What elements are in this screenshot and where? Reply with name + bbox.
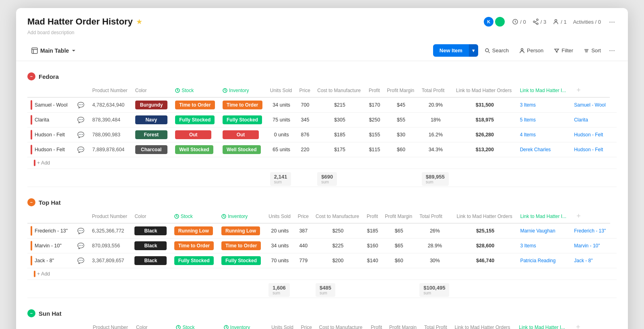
header-stat-share[interactable]: / 3 xyxy=(533,19,546,25)
row-stock[interactable]: Well Stocked xyxy=(172,142,219,157)
avatar-green[interactable] xyxy=(494,16,506,27)
sum-row: 2,141 sum $690 sum $89,955 sum xyxy=(27,169,617,187)
row-link-orders[interactable]: 3 Items xyxy=(517,97,571,113)
header-stat-updates[interactable]: / 0 xyxy=(512,19,526,25)
comment-icon[interactable]: 💬 xyxy=(77,243,84,249)
add-row-label[interactable]: + Add xyxy=(37,160,50,166)
row-name[interactable]: Marvin - 10" xyxy=(35,243,75,249)
row-link-orders[interactable]: Marnie Vaughan xyxy=(517,223,571,239)
col-add[interactable]: + xyxy=(571,84,610,97)
row-units-sold: 70 units xyxy=(265,253,294,268)
row-color[interactable]: Navy xyxy=(132,113,172,127)
col-add[interactable]: + xyxy=(571,210,610,223)
row-name[interactable]: Jack - 8" xyxy=(35,258,75,263)
add-row-label[interactable]: + Add xyxy=(37,271,50,277)
board-description[interactable]: Add board description xyxy=(27,30,617,35)
add-row[interactable]: + Add xyxy=(27,157,617,169)
person-label: Person xyxy=(527,47,543,53)
add-item-cell[interactable]: + Add xyxy=(27,157,610,169)
col-add[interactable]: + xyxy=(570,321,610,329)
row-name[interactable]: Samuel - Wool xyxy=(35,102,75,108)
row-name-cell: Marvin - 10" 💬 xyxy=(27,239,89,253)
row-stock[interactable]: Out xyxy=(172,127,219,142)
row-stock[interactable]: Time to Order xyxy=(171,239,218,253)
row-color[interactable]: Black xyxy=(131,239,171,253)
row-profit-margin-pct: 26% xyxy=(416,223,453,239)
comment-icon[interactable]: 💬 xyxy=(77,102,84,108)
row-link-orders[interactable]: Patricia Reading xyxy=(517,253,571,268)
avatar-group: K xyxy=(483,16,506,27)
row-link-other[interactable]: Hudson - Felt xyxy=(571,127,610,142)
row-inventory[interactable]: Time to Order xyxy=(219,97,267,113)
row-link-other[interactable]: Samuel - Wool xyxy=(571,97,610,113)
sum-end-empty xyxy=(453,169,610,187)
row-color[interactable]: Forest xyxy=(132,127,172,142)
row-inventory[interactable]: Time to Order xyxy=(218,239,265,253)
group-toggle-tophat[interactable]: − xyxy=(27,198,35,206)
row-link-other[interactable]: Jack - 8" xyxy=(571,253,610,268)
row-stock[interactable]: Fully Stocked xyxy=(171,253,218,268)
row-name[interactable]: Hudson - Felt xyxy=(35,147,75,152)
person-button[interactable]: Person xyxy=(515,45,547,56)
sum-empty xyxy=(27,169,267,187)
row-color[interactable]: Charcoal xyxy=(132,142,172,157)
sort-button[interactable]: Sort xyxy=(580,45,605,56)
row-inventory[interactable]: Out xyxy=(219,127,267,142)
star-icon[interactable]: ★ xyxy=(136,17,142,26)
row-link-other[interactable]: Hudson - Felt xyxy=(571,142,610,157)
row-name[interactable]: Hudson - Felt xyxy=(35,132,75,138)
new-item-button[interactable]: New Item xyxy=(433,44,469,57)
col-ctm: Cost to Manufacture xyxy=(312,210,363,223)
row-link-other[interactable]: Clarita xyxy=(571,113,610,127)
row-inventory[interactable]: Fully Stocked xyxy=(219,113,267,127)
row-stock[interactable]: Running Low xyxy=(171,223,218,239)
row-stock[interactable]: Fully Stocked xyxy=(172,113,219,127)
comment-icon[interactable]: 💬 xyxy=(77,257,84,264)
row-link-other[interactable]: Frederich - 13" xyxy=(571,223,610,239)
header-top: Mad Hatter Order History ★ K / 0 / 3 xyxy=(27,16,617,27)
row-name[interactable]: Clarita xyxy=(35,117,75,123)
col-profit: Profit xyxy=(365,84,384,97)
group-toggle-fedora[interactable]: − xyxy=(27,72,35,80)
row-stock[interactable]: Time to Order xyxy=(172,97,219,113)
col-total-profit: Total Profit xyxy=(419,84,453,97)
new-item-arrow-button[interactable]: ▾ xyxy=(469,44,478,57)
group-toggle-sunhat[interactable]: − xyxy=(27,309,35,317)
avatar-k[interactable]: K xyxy=(483,16,494,27)
header-stat-people[interactable]: / 1 xyxy=(553,19,566,25)
row-link-orders[interactable]: 3 Items xyxy=(517,239,571,253)
row-inventory[interactable]: Well Stocked xyxy=(219,142,267,157)
sum-units-sold: 1,606 sum xyxy=(265,280,294,298)
row-inventory[interactable]: Fully Stocked xyxy=(218,253,265,268)
group-header-sunhat: − Sun Hat xyxy=(27,309,617,319)
comment-icon[interactable]: 💬 xyxy=(77,132,84,138)
app-window: Mad Hatter Order History ★ K / 0 / 3 xyxy=(16,8,628,329)
row-price: 345 xyxy=(296,113,314,127)
row-color[interactable]: Black xyxy=(131,223,171,239)
row-link-orders[interactable]: 5 Items xyxy=(517,113,571,127)
header-stat-activities[interactable]: Activities / 0 xyxy=(573,19,601,25)
row-color[interactable]: Black xyxy=(131,253,171,268)
col-units-sold: Units Sold xyxy=(268,321,297,329)
row-link-other[interactable]: Marvin - 10" xyxy=(571,239,610,253)
add-item-cell[interactable]: + Add xyxy=(27,268,610,280)
comment-icon[interactable]: 💬 xyxy=(77,228,84,234)
filter-button[interactable]: Filter xyxy=(550,45,577,56)
table-row: Jack - 8" 💬 3,367,809,657 Black Fully St… xyxy=(27,253,617,268)
search-button[interactable]: Search xyxy=(481,45,513,56)
add-row[interactable]: + Add xyxy=(27,268,617,280)
row-inventory[interactable]: Running Low xyxy=(218,223,265,239)
row-name[interactable]: Frederich - 13" xyxy=(35,228,75,234)
row-price: 779 xyxy=(295,253,312,268)
comment-icon[interactable]: 💬 xyxy=(77,117,84,123)
main-table-button[interactable]: Main Table xyxy=(27,45,80,56)
row-link-orders[interactable]: Derek Charles xyxy=(517,142,571,157)
header-more-btn[interactable]: ··· xyxy=(607,18,617,26)
toolbar-more-btn[interactable]: ··· xyxy=(607,46,617,55)
row-ctm: $215 xyxy=(314,97,365,113)
row-link-orders[interactable]: 4 Items xyxy=(517,127,571,142)
row-color[interactable]: Burgundy xyxy=(132,97,172,113)
sum-ctm: $690 sum xyxy=(314,169,365,187)
row-ctm: $225 xyxy=(312,239,363,253)
comment-icon[interactable]: 💬 xyxy=(77,146,84,153)
